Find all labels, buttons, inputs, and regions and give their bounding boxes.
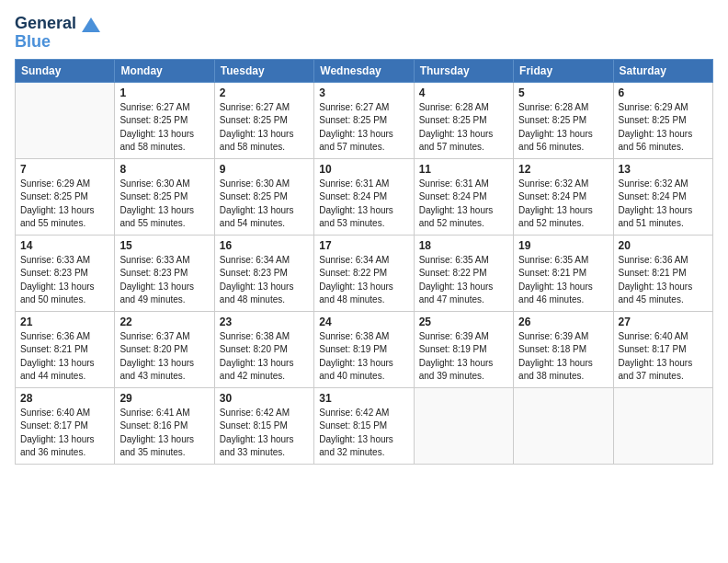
calendar-cell: 9Sunrise: 6:30 AMSunset: 8:25 PMDaylight… bbox=[214, 158, 313, 235]
calendar-cell: 16Sunrise: 6:34 AMSunset: 8:23 PMDayligh… bbox=[214, 235, 313, 311]
day-info: Sunrise: 6:38 AMSunset: 8:20 PMDaylight:… bbox=[220, 330, 309, 384]
day-info: Sunrise: 6:32 AMSunset: 8:24 PMDaylight:… bbox=[518, 178, 608, 231]
day-info: Sunrise: 6:39 AMSunset: 8:18 PMDaylight:… bbox=[518, 330, 608, 384]
day-info: Sunrise: 6:41 AMSunset: 8:16 PMDaylight:… bbox=[119, 407, 209, 460]
weekday-header-friday: Friday bbox=[514, 59, 613, 82]
day-number: 20 bbox=[619, 239, 708, 252]
calendar-cell: 31Sunrise: 6:42 AMSunset: 8:15 PMDayligh… bbox=[314, 387, 414, 464]
calendar-cell: 10Sunrise: 6:31 AMSunset: 8:24 PMDayligh… bbox=[314, 158, 414, 235]
day-number: 8 bbox=[119, 163, 209, 176]
weekday-header-saturday: Saturday bbox=[613, 59, 712, 82]
weekday-header-monday: Monday bbox=[115, 59, 214, 82]
day-info: Sunrise: 6:39 AMSunset: 8:19 PMDaylight:… bbox=[419, 330, 508, 384]
day-number: 5 bbox=[518, 86, 608, 99]
day-number: 25 bbox=[419, 316, 508, 328]
calendar-cell: 13Sunrise: 6:32 AMSunset: 8:24 PMDayligh… bbox=[613, 158, 712, 235]
calendar-cell: 28Sunrise: 6:40 AMSunset: 8:17 PMDayligh… bbox=[16, 387, 115, 464]
calendar-cell bbox=[16, 82, 115, 158]
weekday-header-wednesday: Wednesday bbox=[314, 59, 414, 82]
calendar-cell: 12Sunrise: 6:32 AMSunset: 8:24 PMDayligh… bbox=[514, 158, 613, 235]
calendar-cell: 8Sunrise: 6:30 AMSunset: 8:25 PMDaylight… bbox=[115, 158, 214, 235]
calendar-cell: 4Sunrise: 6:28 AMSunset: 8:25 PMDaylight… bbox=[414, 82, 513, 158]
day-info: Sunrise: 6:28 AMSunset: 8:25 PMDaylight:… bbox=[518, 101, 608, 155]
weekday-header-row: SundayMondayTuesdayWednesdayThursdayFrid… bbox=[16, 59, 713, 82]
calendar-cell: 7Sunrise: 6:29 AMSunset: 8:25 PMDaylight… bbox=[16, 158, 115, 235]
day-number: 3 bbox=[319, 86, 408, 99]
day-info: Sunrise: 6:42 AMSunset: 8:15 PMDaylight:… bbox=[220, 407, 309, 460]
calendar-week-row: 28Sunrise: 6:40 AMSunset: 8:17 PMDayligh… bbox=[16, 387, 713, 464]
day-info: Sunrise: 6:40 AMSunset: 8:17 PMDaylight:… bbox=[20, 407, 109, 460]
day-number: 22 bbox=[119, 316, 209, 328]
day-number: 14 bbox=[20, 239, 109, 252]
calendar-cell bbox=[613, 387, 712, 464]
day-info: Sunrise: 6:27 AMSunset: 8:25 PMDaylight:… bbox=[220, 101, 309, 155]
day-info: Sunrise: 6:35 AMSunset: 8:22 PMDaylight:… bbox=[419, 254, 508, 307]
calendar-cell: 21Sunrise: 6:36 AMSunset: 8:21 PMDayligh… bbox=[16, 311, 115, 387]
day-number: 28 bbox=[20, 392, 109, 405]
day-number: 7 bbox=[20, 163, 109, 176]
logo: GeneralBlue bbox=[15, 15, 104, 52]
weekday-header-thursday: Thursday bbox=[414, 59, 513, 82]
day-info: Sunrise: 6:27 AMSunset: 8:25 PMDaylight:… bbox=[119, 101, 209, 155]
day-info: Sunrise: 6:27 AMSunset: 8:25 PMDaylight:… bbox=[319, 101, 408, 155]
calendar-cell: 18Sunrise: 6:35 AMSunset: 8:22 PMDayligh… bbox=[414, 235, 513, 311]
calendar-cell: 17Sunrise: 6:34 AMSunset: 8:22 PMDayligh… bbox=[314, 235, 414, 311]
day-number: 11 bbox=[419, 163, 508, 176]
day-info: Sunrise: 6:38 AMSunset: 8:19 PMDaylight:… bbox=[319, 330, 408, 384]
calendar-cell: 30Sunrise: 6:42 AMSunset: 8:15 PMDayligh… bbox=[214, 387, 313, 464]
calendar-cell: 5Sunrise: 6:28 AMSunset: 8:25 PMDaylight… bbox=[514, 82, 613, 158]
calendar-cell: 11Sunrise: 6:31 AMSunset: 8:24 PMDayligh… bbox=[414, 158, 513, 235]
day-number: 21 bbox=[20, 316, 109, 328]
day-info: Sunrise: 6:36 AMSunset: 8:21 PMDaylight:… bbox=[20, 330, 109, 384]
calendar-week-row: 14Sunrise: 6:33 AMSunset: 8:23 PMDayligh… bbox=[16, 235, 713, 311]
day-number: 1 bbox=[119, 86, 209, 99]
day-info: Sunrise: 6:29 AMSunset: 8:25 PMDaylight:… bbox=[619, 101, 708, 155]
day-number: 13 bbox=[619, 163, 708, 176]
calendar-cell: 26Sunrise: 6:39 AMSunset: 8:18 PMDayligh… bbox=[514, 311, 613, 387]
day-number: 23 bbox=[220, 316, 309, 328]
weekday-header-tuesday: Tuesday bbox=[214, 59, 313, 82]
svg-marker-0 bbox=[82, 17, 100, 32]
calendar-cell: 3Sunrise: 6:27 AMSunset: 8:25 PMDaylight… bbox=[314, 82, 414, 158]
day-number: 15 bbox=[119, 239, 209, 252]
calendar-week-row: 21Sunrise: 6:36 AMSunset: 8:21 PMDayligh… bbox=[16, 311, 713, 387]
calendar-cell: 22Sunrise: 6:37 AMSunset: 8:20 PMDayligh… bbox=[115, 311, 214, 387]
day-info: Sunrise: 6:30 AMSunset: 8:25 PMDaylight:… bbox=[119, 178, 209, 231]
day-info: Sunrise: 6:29 AMSunset: 8:25 PMDaylight:… bbox=[20, 178, 109, 231]
calendar-cell: 1Sunrise: 6:27 AMSunset: 8:25 PMDaylight… bbox=[115, 82, 214, 158]
day-number: 16 bbox=[220, 239, 309, 252]
day-info: Sunrise: 6:35 AMSunset: 8:21 PMDaylight:… bbox=[518, 254, 608, 307]
day-number: 19 bbox=[518, 239, 608, 252]
day-number: 9 bbox=[220, 163, 309, 176]
day-info: Sunrise: 6:28 AMSunset: 8:25 PMDaylight:… bbox=[419, 101, 508, 155]
calendar-cell: 2Sunrise: 6:27 AMSunset: 8:25 PMDaylight… bbox=[214, 82, 313, 158]
day-number: 27 bbox=[619, 316, 708, 328]
day-info: Sunrise: 6:42 AMSunset: 8:15 PMDaylight:… bbox=[319, 407, 408, 460]
day-number: 31 bbox=[319, 392, 408, 405]
calendar-cell: 23Sunrise: 6:38 AMSunset: 8:20 PMDayligh… bbox=[214, 311, 313, 387]
logo-blue-text: Blue bbox=[15, 32, 51, 51]
weekday-header-sunday: Sunday bbox=[16, 59, 115, 82]
calendar-cell: 25Sunrise: 6:39 AMSunset: 8:19 PMDayligh… bbox=[414, 311, 513, 387]
day-number: 26 bbox=[518, 316, 608, 328]
day-info: Sunrise: 6:36 AMSunset: 8:21 PMDaylight:… bbox=[619, 254, 708, 307]
day-number: 18 bbox=[419, 239, 508, 252]
calendar-cell: 15Sunrise: 6:33 AMSunset: 8:23 PMDayligh… bbox=[115, 235, 214, 311]
day-info: Sunrise: 6:40 AMSunset: 8:17 PMDaylight:… bbox=[619, 330, 708, 384]
calendar-cell bbox=[514, 387, 613, 464]
day-info: Sunrise: 6:32 AMSunset: 8:24 PMDaylight:… bbox=[619, 178, 708, 231]
calendar-week-row: 7Sunrise: 6:29 AMSunset: 8:25 PMDaylight… bbox=[16, 158, 713, 235]
day-number: 12 bbox=[518, 163, 608, 176]
day-number: 6 bbox=[619, 86, 708, 99]
calendar-cell: 24Sunrise: 6:38 AMSunset: 8:19 PMDayligh… bbox=[314, 311, 414, 387]
day-number: 10 bbox=[319, 163, 408, 176]
day-info: Sunrise: 6:31 AMSunset: 8:24 PMDaylight:… bbox=[319, 178, 408, 231]
calendar-cell: 27Sunrise: 6:40 AMSunset: 8:17 PMDayligh… bbox=[613, 311, 712, 387]
day-number: 24 bbox=[319, 316, 408, 328]
calendar-cell: 19Sunrise: 6:35 AMSunset: 8:21 PMDayligh… bbox=[514, 235, 613, 311]
logo-text: GeneralBlue bbox=[15, 15, 76, 52]
calendar-cell: 29Sunrise: 6:41 AMSunset: 8:16 PMDayligh… bbox=[115, 387, 214, 464]
calendar-cell: 6Sunrise: 6:29 AMSunset: 8:25 PMDaylight… bbox=[613, 82, 712, 158]
day-number: 29 bbox=[119, 392, 209, 405]
day-number: 30 bbox=[220, 392, 309, 405]
